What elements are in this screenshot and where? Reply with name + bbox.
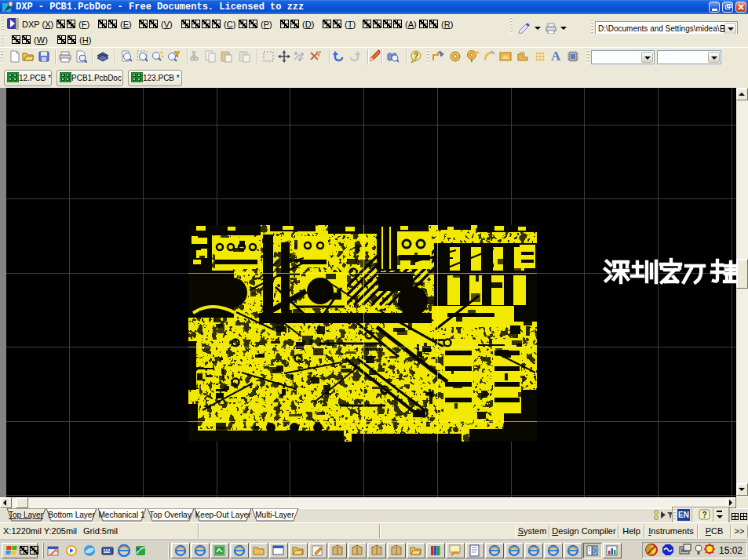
svg-text:Mechanical 1: Mechanical 1 (99, 511, 145, 519)
svg-text:?: ? (702, 511, 706, 519)
svg-text:Top Layer: Top Layer (9, 511, 44, 519)
svg-text:Bottom Layer: Bottom Layer (48, 511, 95, 519)
svg-text:Top Overlay: Top Overlay (149, 511, 191, 519)
svg-text:Multi-Layer: Multi-Layer (255, 511, 294, 519)
svg-text:Keep-Out Layer: Keep-Out Layer (195, 511, 251, 519)
svg-text:?: ? (414, 52, 418, 60)
